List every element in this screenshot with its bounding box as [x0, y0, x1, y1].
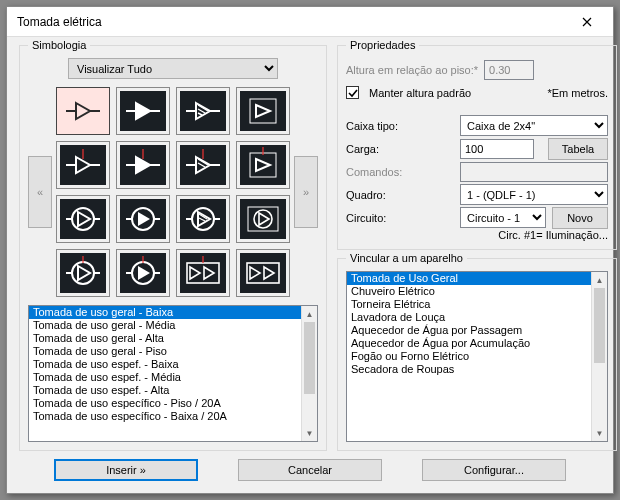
list-item[interactable]: Tomada de Uso Geral	[347, 272, 591, 285]
config-button[interactable]: Configurar...	[422, 459, 566, 481]
scroll-down-icon[interactable]: ▼	[302, 425, 317, 441]
list-item[interactable]: Tomada de uso geral - Alta	[29, 332, 301, 345]
list-item[interactable]: Tomada de uso espef. - Média	[29, 371, 301, 384]
manter-altura-checkbox[interactable]	[346, 86, 359, 99]
simbologia-group: Simbologia Visualizar Tudo «	[19, 45, 327, 451]
check-icon	[348, 88, 358, 98]
list-item[interactable]: Fogão ou Forno Elétrico	[347, 350, 591, 363]
view-combo[interactable]: Visualizar Tudo	[68, 58, 278, 79]
quadro-label: Quadro:	[346, 189, 454, 201]
scroll-thumb[interactable]	[594, 288, 605, 363]
symbol-cell[interactable]	[116, 87, 170, 135]
scroll-up-icon[interactable]: ▲	[592, 272, 607, 288]
novo-button[interactable]: Novo	[552, 207, 608, 229]
appliance-list[interactable]: Tomada de Uso Geral Chuveiro Elétrico To…	[346, 271, 608, 442]
scrollbar[interactable]: ▲ ▼	[591, 272, 607, 441]
list-item[interactable]: Tomada de uso geral - Piso	[29, 345, 301, 358]
prev-page-button[interactable]: «	[28, 156, 52, 228]
vincular-label: Vincular a um aparelho	[346, 252, 467, 264]
next-page-button[interactable]: »	[294, 156, 318, 228]
vincular-group: Vincular a um aparelho Tomada de Uso Ger…	[337, 258, 617, 451]
insert-button[interactable]: Inserir »	[54, 459, 198, 481]
propriedades-label: Propriedades	[346, 39, 419, 51]
symbol-cell[interactable]	[56, 141, 110, 189]
symbol-cell[interactable]	[236, 141, 290, 189]
scroll-up-icon[interactable]: ▲	[302, 306, 317, 322]
metros-note: *Em metros.	[547, 87, 608, 99]
symbol-list[interactable]: Tomada de uso geral - Baixa Tomada de us…	[28, 305, 318, 442]
tabela-button[interactable]: Tabela	[548, 138, 608, 160]
comandos-input	[460, 162, 608, 182]
close-button[interactable]	[565, 8, 609, 36]
list-item[interactable]: Torneira Elétrica	[347, 298, 591, 311]
scrollbar[interactable]: ▲ ▼	[301, 306, 317, 441]
list-item[interactable]: Aquecedor de Água por Passagem	[347, 324, 591, 337]
list-item[interactable]: Tomada de uso específico - Baixa / 20A	[29, 410, 301, 423]
propriedades-group: Propriedades Altura em relação ao piso:*…	[337, 45, 617, 250]
circuito-combo[interactable]: Circuito - 1	[460, 207, 546, 228]
altura-label: Altura em relação ao piso:*	[346, 64, 478, 76]
carga-label: Carga:	[346, 143, 454, 155]
titlebar: Tomada elétrica	[7, 7, 613, 37]
symbol-cell[interactable]	[116, 195, 170, 243]
symbol-cell[interactable]	[56, 249, 110, 297]
window-title: Tomada elétrica	[17, 15, 565, 29]
comandos-label: Comandos:	[346, 166, 454, 178]
scroll-thumb[interactable]	[304, 322, 315, 394]
list-item[interactable]: Lavadora de Louça	[347, 311, 591, 324]
simbologia-label: Simbologia	[28, 39, 90, 51]
list-item[interactable]: Chuveiro Elétrico	[347, 285, 591, 298]
list-item[interactable]: Secadora de Roupas	[347, 363, 591, 376]
symbol-cell[interactable]	[236, 249, 290, 297]
dialog-window: Tomada elétrica Simbologia Visualizar Tu…	[6, 6, 614, 494]
circuito-label: Circuito:	[346, 212, 454, 224]
altura-input	[484, 60, 534, 80]
list-item[interactable]: Aquecedor de Água por Acumulação	[347, 337, 591, 350]
svg-rect-3	[240, 91, 286, 131]
symbol-cell[interactable]	[176, 195, 230, 243]
caixa-label: Caixa tipo:	[346, 120, 454, 132]
list-item[interactable]: Tomada de uso espef. - Alta	[29, 384, 301, 397]
list-item[interactable]: Tomada de uso geral - Baixa	[29, 306, 301, 319]
symbol-cell[interactable]	[176, 141, 230, 189]
symbol-cell[interactable]	[56, 195, 110, 243]
symbol-cell[interactable]	[116, 141, 170, 189]
list-item[interactable]: Tomada de uso específico - Piso / 20A	[29, 397, 301, 410]
symbol-cell[interactable]	[116, 249, 170, 297]
symbol-cell[interactable]	[176, 87, 230, 135]
symbol-grid	[56, 87, 290, 297]
manter-altura-label: Manter altura padrão	[369, 87, 471, 99]
scroll-down-icon[interactable]: ▼	[592, 425, 607, 441]
svg-rect-20	[240, 199, 286, 239]
symbol-cell[interactable]	[236, 195, 290, 243]
symbol-cell[interactable]	[236, 87, 290, 135]
symbol-cell[interactable]	[176, 249, 230, 297]
cancel-button[interactable]: Cancelar	[238, 459, 382, 481]
caixa-combo[interactable]: Caixa de 2x4"	[460, 115, 608, 136]
close-icon	[582, 17, 592, 27]
quadro-combo[interactable]: 1 - (QDLF - 1)	[460, 184, 608, 205]
symbol-cell[interactable]	[56, 87, 110, 135]
list-item[interactable]: Tomada de uso geral - Média	[29, 319, 301, 332]
carga-input[interactable]	[460, 139, 534, 159]
list-item[interactable]: Tomada de uso espef. - Baixa	[29, 358, 301, 371]
circuito-note: Circ. #1= Iluminação...	[346, 229, 608, 241]
